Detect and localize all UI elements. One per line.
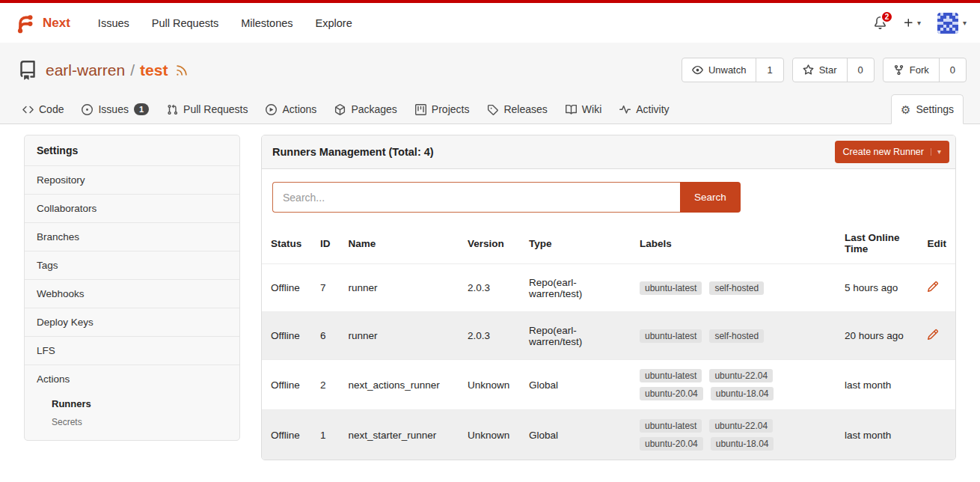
create-new-dropdown[interactable]: ▾ (903, 17, 921, 28)
runner-id: 2 (311, 360, 340, 410)
runner-id: 1 (311, 410, 340, 460)
repo-action-buttons: Unwatch 1 Star 0 Fork (682, 58, 967, 82)
sidebar-item-webhooks[interactable]: Webhooks (25, 279, 239, 308)
runner-name: next_actions_runner (339, 360, 459, 410)
create-runner-label: Create new Runner (843, 147, 924, 157)
runner-version: Unknown (459, 410, 520, 460)
sidebar-header: Settings (25, 135, 239, 165)
unwatch-label: Unwatch (708, 64, 747, 76)
tab-settings[interactable]: ⚙ Settings (891, 94, 964, 124)
tag-icon (487, 104, 498, 115)
label-badge: ubuntu-latest (640, 369, 702, 382)
col-id: ID (311, 223, 340, 264)
tab-issues-label: Issues (98, 103, 128, 115)
pull-request-icon (167, 104, 178, 115)
tab-projects-label: Projects (432, 103, 470, 115)
runner-search-input[interactable] (272, 182, 680, 213)
runner-labels: ubuntu-latest self-hosted (640, 329, 793, 343)
tab-code[interactable]: Code (13, 95, 73, 123)
sidebar-item-collaborators[interactable]: Collaborators (25, 194, 239, 222)
runners-table-header-row: Status ID Name Version Type Labels Last … (262, 223, 955, 264)
top-navbar: Next Issues Pull Requests Milestones Exp… (0, 0, 980, 43)
star-button[interactable]: Star (793, 58, 847, 82)
sidebar-item-lfs[interactable]: LFS (25, 336, 239, 364)
runner-status: Offline (262, 312, 311, 360)
user-menu[interactable]: ▾ (937, 13, 967, 34)
tab-pull-requests-label: Pull Requests (183, 103, 248, 115)
runner-status: Offline (262, 410, 311, 460)
label-badge: ubuntu-20.04 (640, 387, 703, 400)
tab-issues[interactable]: Issues 1 (73, 95, 158, 123)
home-link[interactable]: Next (13, 12, 70, 34)
package-icon (334, 104, 346, 115)
runners-panel-header: Runners Management (Total: 4) Create new… (262, 135, 955, 169)
watch-count[interactable]: 1 (756, 58, 783, 82)
brand-text: Next (43, 16, 70, 31)
nav-link-milestones[interactable]: Milestones (230, 10, 304, 37)
runner-labels: ubuntu-latest ubuntu-22.04 ubuntu-20.04 … (640, 419, 793, 451)
pulse-icon (619, 104, 631, 115)
sidebar-item-repository[interactable]: Repository (25, 165, 239, 194)
tab-releases[interactable]: Releases (478, 95, 556, 123)
navbar-right: 2 ▾ (874, 13, 967, 34)
star-count[interactable]: 0 (847, 58, 874, 82)
runner-last-online: last month (836, 360, 918, 410)
edit-runner-button[interactable] (927, 281, 939, 293)
runner-name: next_starter_runner (339, 410, 459, 460)
runner-search-row: Search (262, 169, 955, 223)
runner-search-button[interactable]: Search (680, 182, 741, 213)
rss-icon[interactable] (175, 64, 189, 77)
sidebar-item-actions[interactable]: Actions (25, 364, 239, 393)
sidebar-subitem-secrets[interactable]: Secrets (52, 413, 227, 431)
avatar (937, 13, 958, 34)
tab-actions[interactable]: Actions (257, 95, 325, 123)
repo-header: earl-warren / test Unwatch 1 (0, 43, 980, 124)
fork-icon (893, 64, 904, 76)
repo-name-link[interactable]: test (140, 61, 168, 79)
nav-link-pull-requests[interactable]: Pull Requests (141, 10, 230, 37)
tab-activity[interactable]: Activity (610, 95, 678, 123)
nav-link-issues[interactable]: Issues (87, 10, 141, 37)
book-icon (566, 104, 577, 115)
runner-row: Offline 1 next_starter_runner Unknown Gl… (262, 410, 955, 460)
sidebar-item-tags[interactable]: Tags (25, 251, 239, 279)
tab-code-label: Code (39, 103, 64, 115)
repo-title-row: earl-warren / test Unwatch 1 (13, 58, 967, 82)
tab-actions-label: Actions (282, 103, 316, 115)
tab-projects[interactable]: Projects (406, 95, 479, 123)
tab-pull-requests[interactable]: Pull Requests (158, 95, 257, 123)
sidebar-item-branches[interactable]: Branches (25, 222, 239, 251)
tab-packages[interactable]: Packages (325, 95, 405, 123)
label-badge: ubuntu-latest (640, 419, 702, 433)
notifications-button[interactable]: 2 (874, 16, 886, 29)
tab-wiki[interactable]: Wiki (557, 95, 610, 123)
runner-last-online: last month (836, 410, 918, 460)
runner-version: Unknown (459, 360, 520, 410)
repo-owner-link[interactable]: earl-warren (46, 61, 125, 79)
gear-icon: ⚙ (901, 104, 910, 115)
unwatch-button[interactable]: Unwatch (682, 58, 756, 82)
star-label: Star (819, 64, 837, 76)
runner-row: Offline 6 runner 2.0.3 Repo(earl-warren/… (262, 312, 955, 360)
notification-count-badge: 2 (881, 10, 893, 23)
col-version: Version (459, 223, 520, 264)
eye-icon (692, 64, 703, 76)
sidebar-actions-sublist: Runners Secrets (25, 393, 239, 440)
nav-link-explore[interactable]: Explore (304, 10, 364, 37)
runner-labels: ubuntu-latest ubuntu-22.04 ubuntu-20.04 … (640, 369, 793, 400)
runner-row: Offline 7 runner 2.0.3 Repo(earl-warren/… (262, 264, 955, 312)
watch-button-group: Unwatch 1 (682, 58, 784, 82)
chevron-down-icon: ▾ (917, 19, 921, 27)
fork-button[interactable]: Fork (883, 58, 939, 82)
fork-count[interactable]: 0 (939, 58, 966, 82)
sidebar-subitem-runners[interactable]: Runners (52, 394, 227, 413)
project-icon (415, 104, 426, 115)
tab-packages-label: Packages (351, 103, 396, 115)
tab-releases-label: Releases (503, 103, 547, 115)
runner-name: runner (339, 312, 459, 360)
runner-last-online: 20 hours ago (836, 312, 918, 360)
runners-panel: Runners Management (Total: 4) Create new… (261, 135, 956, 460)
create-runner-button[interactable]: Create new Runner ▾ (835, 141, 949, 163)
edit-runner-button[interactable] (927, 329, 939, 341)
sidebar-item-deploy-keys[interactable]: Deploy Keys (25, 308, 239, 336)
